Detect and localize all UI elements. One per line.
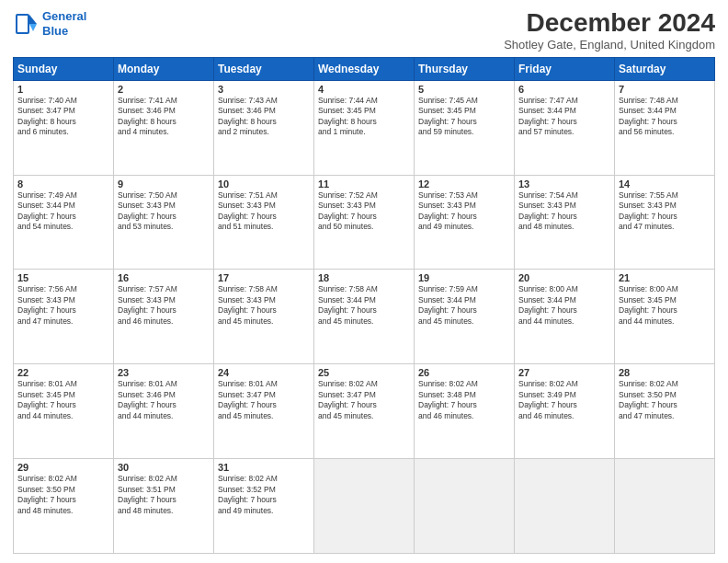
day-info: Sunrise: 8:02 AM Sunset: 3:49 PM Dayligh… — [518, 379, 610, 421]
day-header-wednesday: Wednesday — [314, 57, 415, 80]
calendar-cell: 20Sunrise: 8:00 AM Sunset: 3:44 PM Dayli… — [515, 270, 615, 364]
svg-marker-0 — [29, 15, 37, 24]
day-header-tuesday: Tuesday — [214, 57, 314, 80]
day-number: 19 — [418, 272, 510, 283]
day-number: 14 — [619, 178, 711, 190]
calendar-week-row: 1Sunrise: 7:40 AM Sunset: 3:47 PM Daylig… — [14, 80, 715, 175]
calendar-cell: 15Sunrise: 7:56 AM Sunset: 3:43 PM Dayli… — [14, 270, 114, 364]
calendar-cell: 5Sunrise: 7:45 AM Sunset: 3:45 PM Daylig… — [415, 80, 515, 175]
day-number: 29 — [17, 462, 109, 473]
month-title: December 2024 — [504, 9, 715, 38]
calendar-cell: 24Sunrise: 8:01 AM Sunset: 3:47 PM Dayli… — [214, 364, 314, 459]
day-info: Sunrise: 8:02 AM Sunset: 3:47 PM Dayligh… — [318, 379, 410, 421]
header: General Blue December 2024 Shotley Gate,… — [13, 9, 715, 52]
calendar-cell: 19Sunrise: 7:59 AM Sunset: 3:44 PM Dayli… — [415, 270, 515, 364]
day-info: Sunrise: 8:02 AM Sunset: 3:50 PM Dayligh… — [619, 379, 711, 421]
calendar-cell: 28Sunrise: 8:02 AM Sunset: 3:50 PM Dayli… — [615, 364, 715, 459]
calendar-cell: 18Sunrise: 7:58 AM Sunset: 3:44 PM Dayli… — [314, 270, 415, 364]
day-info: Sunrise: 8:00 AM Sunset: 3:44 PM Dayligh… — [518, 284, 610, 327]
calendar-cell: 10Sunrise: 7:51 AM Sunset: 3:43 PM Dayli… — [214, 175, 314, 270]
day-number: 12 — [418, 178, 510, 190]
day-number: 1 — [17, 84, 109, 95]
calendar-cell: 3Sunrise: 7:43 AM Sunset: 3:46 PM Daylig… — [214, 80, 314, 175]
day-header-sunday: Sunday — [14, 57, 114, 80]
calendar-week-row: 22Sunrise: 8:01 AM Sunset: 3:45 PM Dayli… — [14, 364, 715, 459]
day-number: 28 — [619, 367, 711, 378]
day-info: Sunrise: 7:53 AM Sunset: 3:43 PM Dayligh… — [418, 190, 510, 233]
day-info: Sunrise: 8:02 AM Sunset: 3:48 PM Dayligh… — [418, 379, 510, 421]
day-info: Sunrise: 7:47 AM Sunset: 3:44 PM Dayligh… — [518, 96, 610, 138]
day-number: 21 — [619, 272, 711, 283]
day-number: 7 — [619, 84, 711, 95]
day-info: Sunrise: 7:59 AM Sunset: 3:44 PM Dayligh… — [418, 284, 510, 327]
day-info: Sunrise: 7:57 AM Sunset: 3:43 PM Dayligh… — [118, 284, 210, 327]
day-number: 8 — [17, 178, 109, 190]
day-number: 4 — [318, 84, 410, 95]
calendar-cell: 13Sunrise: 7:54 AM Sunset: 3:43 PM Dayli… — [515, 175, 615, 270]
day-info: Sunrise: 7:52 AM Sunset: 3:43 PM Dayligh… — [318, 190, 410, 233]
day-info: Sunrise: 8:00 AM Sunset: 3:45 PM Dayligh… — [619, 284, 711, 327]
calendar-cell: 14Sunrise: 7:55 AM Sunset: 3:43 PM Dayli… — [615, 175, 715, 270]
day-info: Sunrise: 7:49 AM Sunset: 3:44 PM Dayligh… — [17, 190, 109, 233]
day-info: Sunrise: 7:48 AM Sunset: 3:44 PM Dayligh… — [619, 96, 711, 138]
location: Shotley Gate, England, United Kingdom — [504, 38, 715, 52]
logo-text: General Blue — [42, 9, 86, 38]
day-info: Sunrise: 7:54 AM Sunset: 3:43 PM Dayligh… — [518, 190, 610, 233]
calendar-cell: 21Sunrise: 8:00 AM Sunset: 3:45 PM Dayli… — [615, 270, 715, 364]
day-info: Sunrise: 8:02 AM Sunset: 3:52 PM Dayligh… — [218, 474, 310, 516]
day-info: Sunrise: 7:41 AM Sunset: 3:46 PM Dayligh… — [118, 96, 210, 138]
logo-line1: General — [42, 9, 86, 23]
calendar-week-row: 29Sunrise: 8:02 AM Sunset: 3:50 PM Dayli… — [14, 459, 715, 554]
calendar-cell: 26Sunrise: 8:02 AM Sunset: 3:48 PM Dayli… — [415, 364, 515, 459]
svg-rect-2 — [17, 15, 28, 33]
calendar-cell: 31Sunrise: 8:02 AM Sunset: 3:52 PM Dayli… — [214, 459, 314, 554]
logo-line2: Blue — [42, 24, 68, 38]
day-number: 20 — [518, 272, 610, 283]
calendar-header-row: SundayMondayTuesdayWednesdayThursdayFrid… — [14, 57, 715, 80]
day-info: Sunrise: 8:01 AM Sunset: 3:45 PM Dayligh… — [17, 379, 109, 421]
day-number: 2 — [118, 84, 210, 95]
day-header-friday: Friday — [515, 57, 615, 80]
calendar-cell — [415, 459, 515, 554]
day-header-monday: Monday — [114, 57, 214, 80]
day-info: Sunrise: 7:50 AM Sunset: 3:43 PM Dayligh… — [118, 190, 210, 233]
calendar-cell: 6Sunrise: 7:47 AM Sunset: 3:44 PM Daylig… — [515, 80, 615, 175]
calendar-cell — [515, 459, 615, 554]
calendar-cell: 4Sunrise: 7:44 AM Sunset: 3:45 PM Daylig… — [314, 80, 415, 175]
calendar-cell — [615, 459, 715, 554]
calendar-cell: 23Sunrise: 8:01 AM Sunset: 3:46 PM Dayli… — [114, 364, 214, 459]
day-header-thursday: Thursday — [415, 57, 515, 80]
svg-marker-1 — [29, 24, 37, 31]
day-info: Sunrise: 8:02 AM Sunset: 3:51 PM Dayligh… — [118, 474, 210, 516]
day-number: 30 — [118, 462, 210, 473]
day-info: Sunrise: 7:51 AM Sunset: 3:43 PM Dayligh… — [218, 190, 310, 233]
day-number: 9 — [118, 178, 210, 190]
day-info: Sunrise: 7:43 AM Sunset: 3:46 PM Dayligh… — [218, 96, 310, 138]
calendar-cell: 16Sunrise: 7:57 AM Sunset: 3:43 PM Dayli… — [114, 270, 214, 364]
day-info: Sunrise: 8:01 AM Sunset: 3:47 PM Dayligh… — [218, 379, 310, 421]
calendar-cell: 25Sunrise: 8:02 AM Sunset: 3:47 PM Dayli… — [314, 364, 415, 459]
day-number: 6 — [518, 84, 610, 95]
day-info: Sunrise: 7:55 AM Sunset: 3:43 PM Dayligh… — [619, 190, 711, 233]
calendar-cell: 9Sunrise: 7:50 AM Sunset: 3:43 PM Daylig… — [114, 175, 214, 270]
day-number: 3 — [218, 84, 310, 95]
calendar-cell: 27Sunrise: 8:02 AM Sunset: 3:49 PM Dayli… — [515, 364, 615, 459]
calendar-cell: 30Sunrise: 8:02 AM Sunset: 3:51 PM Dayli… — [114, 459, 214, 554]
day-number: 23 — [118, 367, 210, 378]
day-info: Sunrise: 7:56 AM Sunset: 3:43 PM Dayligh… — [17, 284, 109, 327]
day-number: 11 — [318, 178, 410, 190]
title-block: December 2024 Shotley Gate, England, Uni… — [504, 9, 715, 52]
day-number: 27 — [518, 367, 610, 378]
calendar-cell: 22Sunrise: 8:01 AM Sunset: 3:45 PM Dayli… — [14, 364, 114, 459]
page: General Blue December 2024 Shotley Gate,… — [0, 0, 728, 563]
calendar-cell: 11Sunrise: 7:52 AM Sunset: 3:43 PM Dayli… — [314, 175, 415, 270]
calendar-table: SundayMondayTuesdayWednesdayThursdayFrid… — [13, 57, 715, 554]
day-info: Sunrise: 7:40 AM Sunset: 3:47 PM Dayligh… — [17, 96, 109, 138]
calendar-cell: 7Sunrise: 7:48 AM Sunset: 3:44 PM Daylig… — [615, 80, 715, 175]
day-number: 24 — [218, 367, 310, 378]
calendar-cell: 17Sunrise: 7:58 AM Sunset: 3:43 PM Dayli… — [214, 270, 314, 364]
calendar-cell: 1Sunrise: 7:40 AM Sunset: 3:47 PM Daylig… — [14, 80, 114, 175]
day-number: 25 — [318, 367, 410, 378]
day-number: 17 — [218, 272, 310, 283]
logo: General Blue — [13, 9, 86, 38]
